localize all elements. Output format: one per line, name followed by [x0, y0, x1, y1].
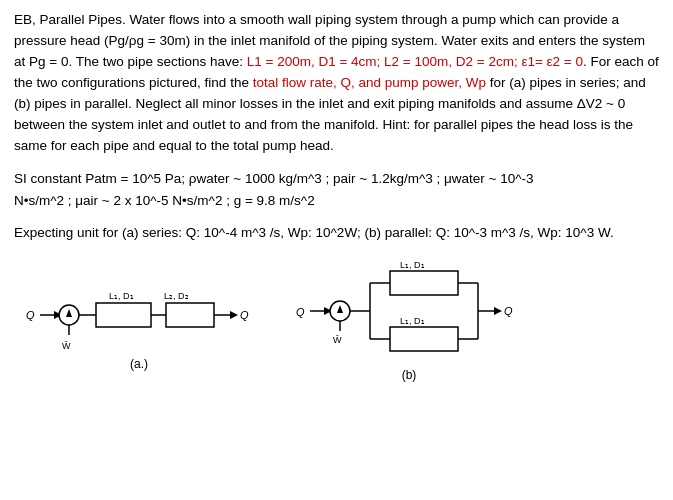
series-diagram: Q Ŵ L₁, D₁ — [24, 273, 254, 371]
pipe2-label: L₂, D₂ — [164, 291, 189, 301]
series-schematic: Q Ŵ L₁, D₁ — [24, 273, 254, 353]
parallel-label: (b) — [402, 368, 417, 382]
pipe-box-1 — [96, 303, 151, 327]
top-pipe-label: L₁, D₁ — [400, 261, 425, 270]
series-label: (a.) — [130, 357, 148, 371]
series-q-out-label: Q — [240, 309, 249, 321]
parallel-diagram: Q Ŵ L₁, D — [294, 261, 524, 382]
pipe1-label: L₁, D₁ — [109, 291, 134, 301]
pump-label: Ŵ — [62, 341, 71, 351]
series-svg: Q Ŵ L₁, D₁ — [24, 273, 254, 353]
parallel-schematic: Q Ŵ L₁, D — [294, 261, 524, 364]
parallel-pump-label: Ŵ — [333, 335, 342, 345]
series-q-in-label: Q — [26, 309, 35, 321]
parallel-q-in-label: Q — [296, 306, 305, 318]
top-pipe-box — [390, 271, 458, 295]
diagrams-row: Q Ŵ L₁, D₁ — [14, 261, 659, 382]
problem-paragraph: EB, Parallel Pipes. Water flows into a s… — [14, 10, 659, 156]
constants-line1: SI constant Patm = 10^5 Pa; ρwater ~ 100… — [14, 168, 659, 190]
bot-pipe-label: L₁, D₁ — [400, 316, 425, 326]
expecting-text: Expecting unit for (a) series: Q: 10^-4 … — [14, 225, 614, 240]
bot-pipe-box — [390, 327, 458, 351]
series-arrowhead-out — [230, 311, 238, 319]
parallel-q-out-label: Q — [504, 305, 513, 317]
constants-line2: N•s/m^2 ; μair ~ 2 x 10^-5 N•s/m^2 ; g =… — [14, 190, 659, 212]
constants-block: SI constant Patm = 10^5 Pa; ρwater ~ 100… — [14, 168, 659, 211]
parallel-arrowhead-out — [494, 307, 502, 315]
parallel-svg: Q Ŵ L₁, D — [294, 261, 524, 361]
pipe-box-2 — [166, 303, 214, 327]
expecting-block: Expecting unit for (a) series: Q: 10^-4 … — [14, 222, 659, 244]
